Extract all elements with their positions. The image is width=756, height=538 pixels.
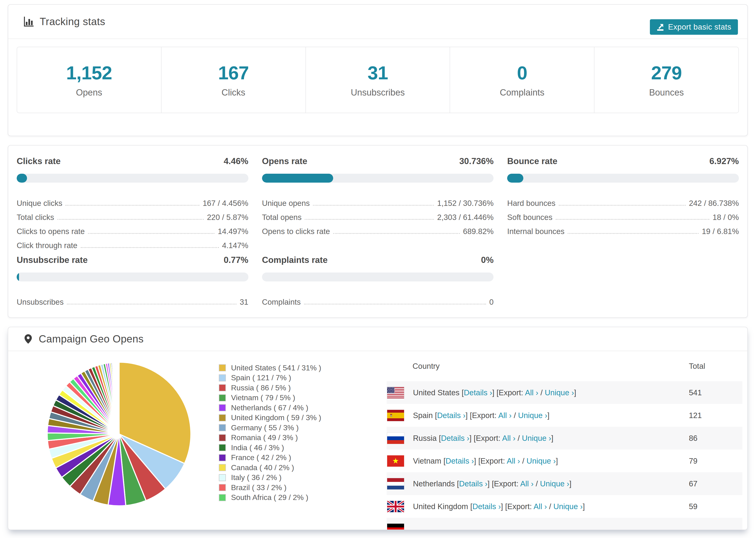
legend-label: South Africa ( 29 / 2% ) (231, 493, 308, 502)
legend-item: Vietnam ( 79 / 5% ) (219, 393, 321, 403)
rate-head: Clicks rate4.46% (17, 156, 248, 167)
legend-item: United Kingdom ( 59 / 3% ) (219, 413, 321, 423)
dotted-leader (81, 247, 219, 248)
rate-row-label: Internal bounces (507, 227, 565, 236)
rate-row: Unsubscribes31 (17, 293, 248, 307)
flag-us-icon (387, 387, 404, 398)
legend-item: Brazil ( 33 / 2% ) (219, 483, 321, 493)
country-cell: Netherlands [Details ›] [Export: All › /… (413, 479, 571, 488)
dotted-leader (305, 219, 434, 220)
legend-item: Canada ( 40 / 2% ) (219, 463, 321, 473)
total-cell: 86 (689, 434, 698, 443)
details-link-nl[interactable]: Details › (459, 479, 487, 488)
rate-rows: Hard bounces242 / 86.738%Soft bounces18 … (507, 194, 739, 236)
legend-swatch (219, 394, 226, 402)
dotted-leader (568, 233, 698, 234)
rate-rows: Complaints0 (262, 293, 494, 307)
bar-chart-icon (23, 16, 34, 27)
export-unique-link-vn[interactable]: Unique › (527, 457, 556, 465)
legend-item: India ( 46 / 3% ) (219, 443, 321, 453)
table-row-es: Spain [Details ›] [Export: All › / Uniqu… (387, 404, 742, 427)
rate-row: Clicks to opens rate14.497% (17, 222, 248, 236)
progress-fill (17, 273, 19, 282)
export-all-link-gb[interactable]: All › (534, 502, 547, 511)
rate-row: Total opens2,303 / 61.446% (262, 208, 494, 222)
rate-row-label: Unique clicks (17, 198, 62, 208)
details-link-vn[interactable]: Details › (446, 457, 474, 465)
legend-label: India ( 46 / 3% ) (231, 443, 284, 452)
progress-track (262, 174, 494, 183)
rate-row-label: Clicks to opens rate (17, 227, 85, 236)
export-all-link-es[interactable]: All › (498, 411, 512, 420)
tracking-stats-header: Tracking stats Export basic stats (8, 5, 747, 39)
progress-fill (507, 174, 523, 183)
legend-swatch (219, 464, 226, 471)
rate-row-value: 31 (240, 297, 248, 307)
progress-track (17, 174, 248, 183)
export-unique-link-es[interactable]: Unique › (518, 411, 548, 420)
rate-row: Unique opens1,152 / 30.736% (262, 194, 494, 208)
column-header-total: Total (689, 362, 705, 371)
total-cell: 121 (689, 411, 702, 420)
legend-item: Netherlands ( 67 / 4% ) (219, 403, 321, 413)
stat-label: Bounces (649, 87, 684, 98)
summary-stats-row: 1,152Opens167Clicks31Unsubscribes0Compla… (17, 47, 739, 113)
legend-label: Brazil ( 33 / 2% ) (231, 483, 287, 492)
export-unique-link-nl[interactable]: Unique › (540, 479, 569, 488)
dotted-leader (313, 205, 434, 206)
rate-row-value: 242 / 86.738% (689, 198, 739, 208)
export-all-link-nl[interactable]: All › (520, 479, 534, 488)
legend-item: Russia ( 86 / 5% ) (219, 383, 321, 393)
rate-row-label: Opens to clicks rate (262, 227, 330, 236)
rate-row-value: 689.82% (463, 227, 494, 236)
rate-value: 0% (481, 255, 494, 265)
export-all-link-us[interactable]: All › (525, 388, 538, 397)
rate-row: Hard bounces242 / 86.738% (507, 194, 739, 208)
legend-label: Vietnam ( 79 / 5% ) (231, 394, 295, 402)
rate-row-label: Soft bounces (507, 213, 553, 222)
legend-swatch (219, 484, 226, 491)
legend-item: Italy ( 36 / 2% ) (219, 473, 321, 483)
stat-label: Unsubscribes (351, 87, 405, 98)
export-unique-link-us[interactable]: Unique › (545, 388, 574, 397)
rate-row: Unique clicks167 / 4.456% (17, 194, 248, 208)
rate-value: 0.77% (224, 255, 248, 265)
rates-card: Clicks rate4.46%Unique clicks167 / 4.456… (8, 145, 748, 318)
rate-row: Opens to clicks rate689.82% (262, 222, 494, 236)
country-cell: United States [Details ›] [Export: All ›… (413, 388, 576, 397)
details-link-us[interactable]: Details › (464, 388, 492, 397)
details-link-gb[interactable]: Details › (472, 502, 501, 511)
rate-row: Soft bounces18 / 0% (507, 208, 739, 222)
progress-track (17, 273, 248, 282)
legend-label: Germany ( 55 / 3% ) (231, 423, 298, 432)
dotted-leader (67, 304, 237, 304)
rate-row-value: 0 (489, 297, 494, 307)
tracking-stats-card: Tracking stats Export basic stats 1,152O… (8, 4, 748, 136)
stat-value: 167 (218, 62, 249, 84)
rate-row-value: 2,303 / 61.446% (437, 213, 494, 222)
export-unique-link-ru[interactable]: Unique › (522, 434, 551, 443)
rate-row-value: 19 / 6.81% (702, 227, 739, 236)
rate-head: Opens rate30.736% (262, 156, 494, 167)
legend-swatch (219, 364, 226, 371)
rate-rows: Unique opens1,152 / 30.736%Total opens2,… (262, 194, 494, 236)
export-all-link-ru[interactable]: All › (502, 434, 515, 443)
flag-nl-icon (387, 478, 404, 489)
export-basic-stats-button[interactable]: Export basic stats (650, 19, 738, 35)
rate-row-label: Click through rate (17, 241, 78, 250)
flag-gb-icon (387, 501, 404, 512)
dotted-leader (58, 219, 204, 220)
dotted-leader (88, 233, 215, 234)
details-link-es[interactable]: Details › (437, 411, 465, 420)
export-unique-link-gb[interactable]: Unique › (553, 502, 583, 511)
pie-legend: United States ( 541 / 31% )Spain ( 121 /… (219, 363, 321, 503)
total-cell: 59 (689, 502, 698, 511)
summary-stat-complaints: 0Complaints (450, 47, 594, 113)
legend-label: United States ( 541 / 31% ) (231, 364, 321, 372)
export-all-link-vn[interactable]: All › (507, 457, 520, 465)
details-link-ru[interactable]: Details › (441, 434, 469, 443)
rate-title: Bounce rate (507, 156, 557, 167)
legend-swatch (219, 494, 226, 501)
country-cell: Vietnam [Details ›] [Export: All › / Uni… (413, 457, 558, 465)
progress-track (507, 174, 739, 183)
